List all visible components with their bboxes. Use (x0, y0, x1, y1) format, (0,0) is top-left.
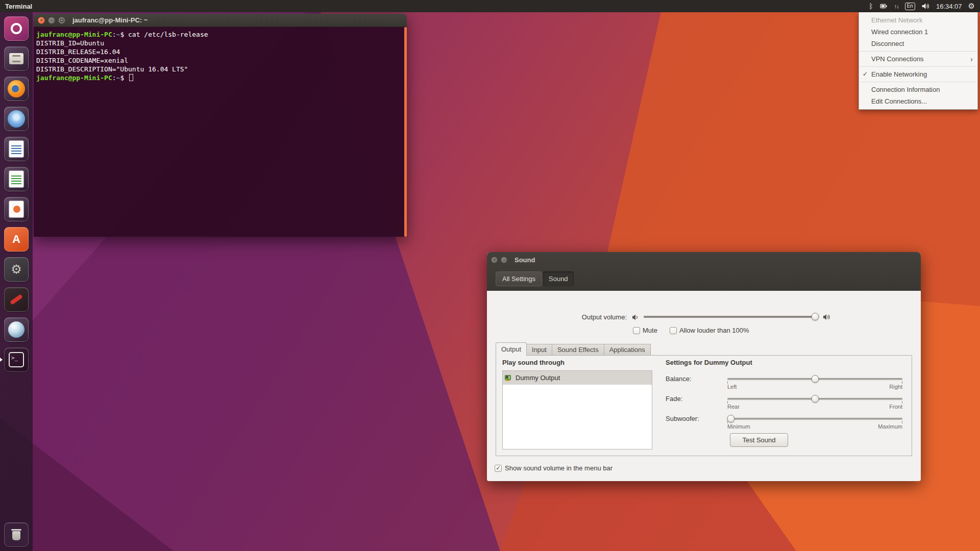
terminal-line: jaufranc@pp-Mini-PC:~$ cat /etc/lsb-rele… (36, 30, 402, 39)
balance-slider[interactable] (727, 374, 902, 384)
show-volume-checkbox[interactable]: ✓ (495, 465, 502, 472)
network-menu: Ethernet Network Wired connection 1 Disc… (859, 12, 978, 110)
clock[interactable]: 16:34:07 (936, 0, 962, 12)
terminal-window: × − jaufranc@pp-Mini-PC: ~ jaufranc@pp-M… (34, 14, 407, 237)
menu-item-connection-information[interactable]: Connection Information (859, 84, 977, 95)
launcher-item-system-app[interactable]: ⚙ (4, 257, 29, 282)
tab-applications[interactable]: Applications (604, 344, 651, 356)
mute-checkbox[interactable] (633, 327, 640, 334)
sound-tabs: Output Input Sound Effects Applications (496, 342, 651, 356)
test-sound-button[interactable]: Test Sound (730, 433, 788, 447)
network-icon[interactable]: ↑↓ (894, 0, 899, 12)
sound-window-header[interactable]: × − Sound All Settings Sound (487, 252, 921, 291)
launcher-item-media-app[interactable] (4, 287, 29, 312)
device-row-dummy-output[interactable]: Dummy Output (503, 371, 652, 385)
terminal-scrollbar[interactable] (404, 27, 407, 237)
output-tab-panel: Play sound through Dummy Output Settings… (496, 355, 912, 456)
libreoffice-impress-icon (9, 201, 24, 218)
balance-min-label: Left (727, 384, 737, 390)
volume-low-icon (632, 314, 640, 322)
slider-handle[interactable] (812, 313, 819, 320)
launcher-item-firefox[interactable] (4, 77, 29, 101)
slider-fill (644, 316, 815, 318)
subwoofer-slider[interactable] (727, 414, 902, 423)
output-volume-label: Output volume: (518, 313, 627, 321)
subwoofer-max-label: Maximum (878, 423, 902, 430)
desktop: Terminal ᛒ ↑↓ En 16:34:07 ⚙ A ⚙ (0, 0, 980, 551)
play-sound-through-label: Play sound through (502, 359, 565, 366)
battery-icon[interactable] (879, 0, 888, 12)
sound-panel-body: Output volume: Mute Allow louder than 10… (487, 291, 921, 481)
slider-handle[interactable] (727, 415, 734, 422)
sphere-app-icon (8, 321, 24, 338)
show-volume-row: ✓ Show sound volume in the menu bar (495, 464, 612, 472)
allow-louder-checkbox[interactable] (670, 327, 677, 334)
maximize-button[interactable] (58, 17, 65, 24)
bluetooth-icon[interactable]: ᛒ (869, 0, 873, 12)
media-app-icon (10, 294, 23, 305)
allow-louder-label: Allow louder than 100% (679, 327, 749, 334)
menu-separator (860, 51, 977, 52)
slider-handle[interactable] (811, 375, 819, 383)
device-name: Dummy Output (516, 374, 560, 382)
terminal-command: cat /etc/lsb-release (128, 31, 208, 38)
menu-item-enable-networking[interactable]: ✓Enable Networking (859, 68, 977, 80)
subwoofer-min-label: Minimum (727, 423, 750, 430)
balance-max-label: Right (889, 384, 902, 390)
top-panel: Terminal ᛒ ↑↓ En 16:34:07 ⚙ (0, 0, 980, 12)
menu-item-vpn-connections[interactable]: VPN Connections› (859, 53, 977, 65)
tab-sound-effects[interactable]: Sound Effects (552, 344, 604, 356)
terminal-line: DISTRIB_RELEASE=16.04 (36, 47, 402, 56)
volume-high-icon (823, 313, 832, 322)
launcher-item-chromium[interactable] (4, 107, 29, 131)
fade-max-label: Front (889, 404, 902, 410)
menu-item-disconnect[interactable]: Disconnect (859, 38, 977, 49)
minimize-button[interactable]: − (48, 17, 55, 24)
sound-card-icon (505, 374, 512, 382)
menu-separator (860, 66, 977, 67)
close-button[interactable]: × (38, 17, 45, 24)
slider-trough[interactable] (727, 418, 902, 420)
launcher-item-trash[interactable] (4, 522, 29, 547)
tab-output[interactable]: Output (496, 342, 527, 356)
all-settings-button[interactable]: All Settings (496, 271, 542, 286)
launcher-item-ubuntu-software[interactable]: A (4, 227, 29, 252)
files-icon (9, 53, 23, 64)
close-button[interactable]: × (491, 257, 498, 263)
volume-icon[interactable] (921, 0, 930, 12)
launcher-item-sphere-app[interactable] (4, 317, 29, 342)
libreoffice-writer-icon (9, 140, 24, 158)
menu-item-wired-connection-1[interactable]: Wired connection 1 (859, 26, 977, 38)
launcher-item-terminal[interactable]: >_ (4, 347, 29, 372)
launcher-item-calc[interactable] (4, 167, 29, 191)
minimize-button[interactable]: − (501, 257, 507, 263)
volume-checkbox-row: Mute Allow louder than 100% (633, 327, 749, 334)
current-panel-label[interactable]: Sound (543, 271, 574, 286)
trash-icon (11, 529, 21, 531)
balance-label: Balance: (666, 375, 692, 383)
fade-label: Fade: (666, 395, 682, 403)
submenu-arrow-icon: › (970, 53, 973, 65)
terminal-content[interactable]: jaufranc@pp-Mini-PC:~$ cat /etc/lsb-rele… (34, 27, 407, 237)
slider-handle[interactable] (811, 395, 819, 403)
terminal-prompt-line: jaufranc@pp-Mini-PC:~$ (36, 73, 402, 82)
output-device-list[interactable]: Dummy Output (502, 370, 652, 449)
launcher-item-files[interactable] (4, 46, 29, 71)
checkmark-icon: ✓ (863, 68, 868, 80)
mute-label: Mute (643, 327, 657, 334)
launcher-item-writer[interactable] (4, 137, 29, 161)
launcher-item-dash[interactable] (4, 16, 29, 41)
terminal-line: DISTRIB_CODENAME=xenial (36, 56, 402, 65)
menu-item-ethernet-network: Ethernet Network (859, 14, 977, 26)
output-volume-slider[interactable] (644, 312, 819, 321)
session-gear-icon[interactable]: ⚙ (968, 0, 975, 12)
keyboard-indicator[interactable]: En (905, 3, 915, 10)
sound-titlebar[interactable]: × − Sound (487, 252, 921, 267)
menu-item-edit-connections[interactable]: Edit Connections... (859, 95, 977, 107)
launcher-item-impress[interactable] (4, 197, 29, 221)
fade-slider[interactable] (727, 394, 902, 404)
libreoffice-calc-icon (9, 170, 24, 188)
terminal-titlebar[interactable]: × − jaufranc@pp-Mini-PC: ~ (34, 14, 407, 27)
terminal-line: DISTRIB_ID=Ubuntu (36, 39, 402, 47)
tab-input[interactable]: Input (527, 344, 552, 356)
